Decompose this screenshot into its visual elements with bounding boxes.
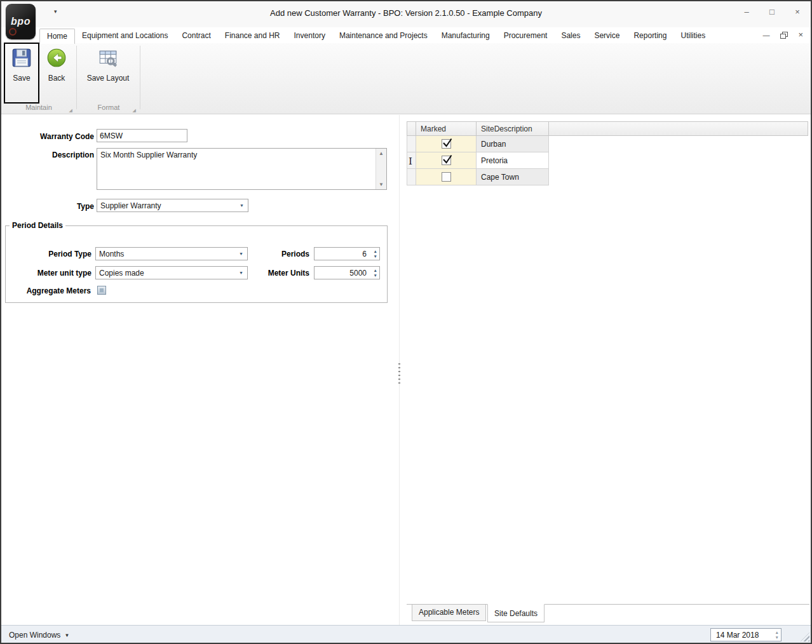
- meter-units-stepper[interactable]: 5000 ▲ ▼: [314, 266, 380, 279]
- scroll-up-icon[interactable]: ▲: [376, 151, 386, 156]
- tab-home[interactable]: Home: [39, 29, 75, 44]
- column-header-filler: [549, 121, 808, 136]
- marked-cell[interactable]: [416, 169, 477, 185]
- meter-unit-type-label: Meter unit type: [13, 269, 91, 278]
- type-label: Type: [13, 202, 94, 211]
- column-header-sitedescription[interactable]: SiteDescription: [477, 121, 549, 136]
- chevron-down-icon[interactable]: ▼: [239, 252, 243, 256]
- ribbon-group-maintain: Maintain ◢: [3, 102, 75, 113]
- open-windows-button[interactable]: Open Windows ▼: [9, 631, 69, 640]
- row-checkbox[interactable]: [442, 156, 451, 165]
- back-button[interactable]: Back: [41, 47, 72, 83]
- save-button-label: Save: [13, 74, 30, 83]
- tab-finance-and-hr[interactable]: Finance and HR: [218, 29, 287, 43]
- column-header-marked[interactable]: Marked: [416, 121, 477, 136]
- tab-maintenance-and-projects[interactable]: Maintenance and Projects: [332, 29, 435, 43]
- app-logo-button[interactable]: bpo: [6, 4, 36, 39]
- warranty-code-input[interactable]: [97, 129, 187, 142]
- tab-service[interactable]: Service: [587, 29, 626, 43]
- row-checkbox[interactable]: [442, 172, 451, 182]
- back-button-label: Back: [48, 74, 65, 83]
- mdi-close-icon[interactable]: ×: [798, 31, 803, 39]
- tab-sales[interactable]: Sales: [554, 29, 587, 43]
- table-wrench-icon: [97, 47, 119, 69]
- periods-stepper[interactable]: 6 ▲ ▼: [314, 247, 380, 260]
- site-cell[interactable]: Durban: [477, 136, 549, 152]
- marked-cell[interactable]: [416, 136, 477, 152]
- tab-reporting[interactable]: Reporting: [626, 29, 673, 43]
- minimize-button[interactable]: –: [740, 7, 754, 17]
- spin-up-icon[interactable]: ▲: [775, 630, 779, 634]
- row-indicator-header: [407, 121, 416, 136]
- row-indicator-cell: [407, 136, 416, 152]
- group-label-maintain: Maintain: [25, 104, 52, 111]
- tab-inventory[interactable]: Inventory: [287, 29, 332, 43]
- tab-equipment-and-locations[interactable]: Equipment and Locations: [75, 29, 175, 43]
- title-bar: bpo ▾ Add new Customer Warranty - BPO: V…: [0, 0, 812, 27]
- checkmark-icon: [441, 153, 454, 166]
- spin-up-icon[interactable]: ▲: [374, 268, 377, 272]
- text-cursor: I: [409, 156, 412, 167]
- description-label: Description: [13, 151, 94, 159]
- open-windows-label: Open Windows: [9, 631, 60, 640]
- row-indicator-cell: [407, 169, 416, 185]
- aggregate-meters-checkbox[interactable]: [97, 286, 106, 295]
- ribbon-group-format: Format ◢: [79, 102, 139, 113]
- grid-tab-strip: Applicable Meters Site Defaults: [407, 604, 809, 625]
- group-separator: [76, 46, 77, 109]
- tab-applicable-meters[interactable]: Applicable Meters: [412, 605, 486, 621]
- period-type-value: Months: [99, 250, 124, 258]
- group-label-format: Format: [98, 104, 120, 111]
- spin-down-icon[interactable]: ▼: [374, 273, 377, 278]
- date-field[interactable]: 14 Mar 2018 ▲ ▼: [710, 628, 782, 641]
- type-value: Supplier Warranty: [100, 201, 161, 210]
- description-input[interactable]: Six Month Supplier Warranty ▲ ▼: [97, 148, 387, 190]
- meter-units-label: Meter Units: [254, 269, 309, 278]
- mdi-minimize-icon[interactable]: —: [762, 32, 769, 38]
- maximize-button[interactable]: □: [765, 7, 779, 17]
- meter-unit-type-dropdown[interactable]: Copies made ▼: [95, 266, 248, 279]
- app-window: bpo ▾ Add new Customer Warranty - BPO: V…: [0, 0, 812, 644]
- mdi-window-controls: — ×: [762, 31, 803, 39]
- row-checkbox[interactable]: [442, 139, 451, 149]
- save-button[interactable]: Save: [6, 47, 37, 83]
- chevron-down-icon: ▼: [64, 633, 69, 638]
- description-scrollbar[interactable]: ▲ ▼: [376, 149, 386, 189]
- group-separator: [140, 46, 140, 109]
- spin-down-icon[interactable]: ▼: [775, 635, 779, 640]
- period-type-dropdown[interactable]: Months ▼: [95, 247, 248, 260]
- resize-grip[interactable]: [801, 633, 809, 641]
- floppy-disk-icon: [11, 47, 32, 69]
- site-cell[interactable]: Cape Town: [477, 169, 549, 185]
- splitter-grip[interactable]: [398, 363, 400, 386]
- site-cell[interactable]: Pretoria: [477, 152, 549, 169]
- type-dropdown[interactable]: Supplier Warranty ▼: [97, 199, 248, 212]
- warranty-code-label: Warranty Code: [13, 132, 94, 141]
- close-button[interactable]: ×: [790, 7, 804, 17]
- chevron-down-icon[interactable]: ▼: [239, 271, 243, 275]
- periods-label: Periods: [254, 250, 309, 258]
- status-bar: Open Windows ▼ 14 Mar 2018 ▲ ▼: [0, 625, 812, 644]
- tab-procurement[interactable]: Procurement: [497, 29, 555, 43]
- checkmark-icon: [441, 137, 454, 149]
- mdi-restore-icon[interactable]: [780, 32, 787, 38]
- save-layout-button[interactable]: Save Layout: [81, 47, 135, 83]
- tab-manufacturing[interactable]: Manufacturing: [435, 29, 497, 43]
- date-value: 14 Mar 2018: [716, 631, 759, 640]
- description-value: Six Month Supplier Warranty: [100, 151, 197, 159]
- period-details-title: Period Details: [10, 221, 65, 230]
- tab-utilities[interactable]: Utilities: [673, 29, 712, 43]
- tab-site-defaults[interactable]: Site Defaults: [487, 604, 545, 622]
- meter-unit-type-value: Copies made: [99, 269, 144, 278]
- spin-up-icon[interactable]: ▲: [374, 249, 377, 253]
- periods-value: 6: [362, 250, 367, 258]
- spin-down-icon[interactable]: ▼: [374, 254, 377, 258]
- period-type-label: Period Type: [13, 250, 91, 258]
- marked-cell[interactable]: [416, 152, 477, 169]
- tab-contract[interactable]: Contract: [175, 29, 217, 43]
- window-title: Add new Customer Warranty - BPO: Version…: [76, 8, 736, 18]
- chevron-down-icon[interactable]: ▼: [240, 203, 244, 208]
- scroll-down-icon[interactable]: ▼: [376, 182, 386, 187]
- ribbon-toolbar: Save Back: [0, 43, 812, 114]
- quick-access-caret-icon[interactable]: ▾: [54, 8, 57, 15]
